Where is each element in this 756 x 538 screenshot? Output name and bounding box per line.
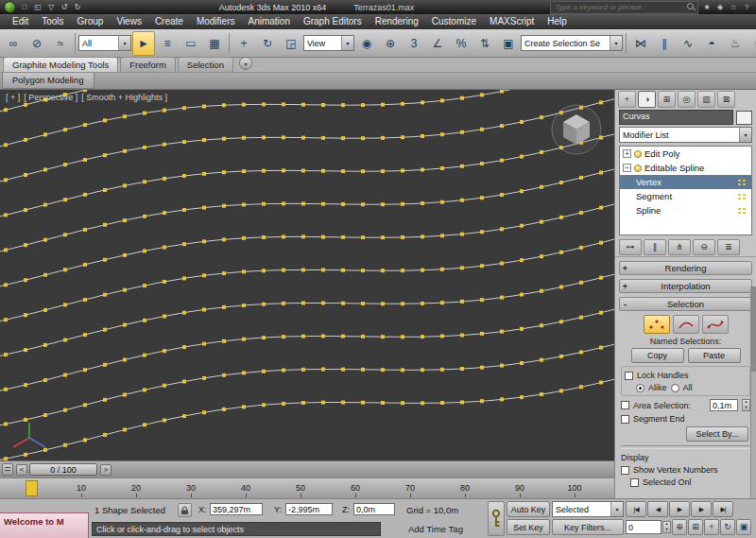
spline-vertex[interactable] <box>143 180 146 183</box>
previous-frame-arrow[interactable]: < <box>16 464 27 476</box>
select-and-rotate-button[interactable]: ↻ <box>256 31 279 56</box>
spline-vertex[interactable] <box>579 385 583 389</box>
make-unique-button[interactable]: ⋔ <box>668 239 691 255</box>
spline-vertex[interactable] <box>301 169 305 173</box>
spline-vertex[interactable] <box>123 218 127 222</box>
stack-item-segment[interactable]: Segment <box>620 189 751 203</box>
add-time-tag-button[interactable]: Add Time Tag <box>408 524 463 534</box>
spline-vertex[interactable] <box>341 202 345 206</box>
spline-vertex[interactable] <box>381 269 385 272</box>
spline-vertex[interactable] <box>301 302 305 305</box>
viewcube[interactable] <box>546 99 607 160</box>
spline-vertex[interactable] <box>262 135 266 139</box>
spline-vertex[interactable] <box>579 351 583 355</box>
spline-vertex[interactable] <box>460 233 464 236</box>
spline-vertex[interactable] <box>63 373 67 377</box>
spline-vertex[interactable] <box>480 332 484 336</box>
spline-vertex[interactable] <box>43 308 47 312</box>
viewport-menu-view[interactable]: [ Perspective ] <box>24 93 77 102</box>
spline-vertex[interactable] <box>559 251 563 254</box>
spline-vertex[interactable] <box>202 138 206 142</box>
mini-curve-editor-button[interactable] <box>2 463 13 476</box>
menu-edit[interactable]: Edit <box>6 14 35 29</box>
spline-vertex[interactable] <box>262 235 266 239</box>
spline-vertex[interactable] <box>421 168 424 172</box>
edit-named-selection-sets-button[interactable]: ▣ <box>497 31 520 56</box>
motion-tab-button[interactable]: ◎ <box>678 91 696 108</box>
utilities-tab-button[interactable]: ⊠ <box>717 91 735 108</box>
spline-vertex[interactable] <box>163 143 166 147</box>
contour-spline[interactable] <box>0 132 614 218</box>
spline-vertex[interactable] <box>83 333 87 337</box>
spline-vertex[interactable] <box>103 363 107 367</box>
spline-vertex[interactable] <box>123 253 127 257</box>
go-to-end-button[interactable]: ▶| <box>713 501 733 517</box>
spline-vertex[interactable] <box>460 400 464 404</box>
spline-vertex[interactable] <box>202 239 206 243</box>
polygon-modeling-panel[interactable]: Polygon Modeling <box>2 73 94 89</box>
set-key-button[interactable]: Set Key <box>507 519 550 535</box>
spline-vertex[interactable] <box>202 376 206 380</box>
spline-vertex[interactable] <box>43 378 47 382</box>
spline-vertex[interactable] <box>440 301 444 304</box>
segment-subobject-button[interactable] <box>673 315 699 334</box>
spline-vertex[interactable] <box>24 103 27 107</box>
spline-vertex[interactable] <box>4 353 8 356</box>
spline-vertex[interactable] <box>143 146 146 149</box>
reference-coordinate-dropdown[interactable]: View ▾ <box>303 35 354 51</box>
spline-vertex[interactable] <box>341 103 345 107</box>
spline-vertex[interactable] <box>460 199 464 202</box>
search-input[interactable] <box>553 2 687 12</box>
spline-vertex[interactable] <box>63 443 67 447</box>
show-end-result-button[interactable]: ∥ <box>644 239 666 255</box>
spline-vertex[interactable] <box>421 134 424 138</box>
spline-vertex[interactable] <box>520 361 524 365</box>
spline-vertex[interactable] <box>282 302 285 305</box>
spline-vertex[interactable] <box>381 202 385 206</box>
spline-vertex[interactable] <box>282 402 285 406</box>
spline-vertex[interactable] <box>440 98 444 102</box>
spline-vertex[interactable] <box>480 230 484 234</box>
spline-vertex[interactable] <box>63 128 67 131</box>
spline-vertex[interactable] <box>103 153 107 157</box>
spline-vertex[interactable] <box>559 355 563 358</box>
rollout-selection[interactable]: - Selection <box>619 297 752 311</box>
spline-vertex[interactable] <box>599 171 603 175</box>
spline-vertex[interactable] <box>421 401 424 405</box>
spline-vertex[interactable] <box>262 403 266 407</box>
spline-vertex[interactable] <box>321 368 325 372</box>
stack-item-editable-spline[interactable]: −Editable Spline <box>620 161 751 175</box>
spline-vertex[interactable] <box>222 339 226 343</box>
spline-vertex[interactable] <box>262 370 266 373</box>
spline-vertex[interactable] <box>262 102 266 106</box>
spline-vertex[interactable] <box>182 106 186 110</box>
help-button[interactable]: ? <box>741 2 752 13</box>
spline-vertex[interactable] <box>24 278 27 282</box>
spline-vertex[interactable] <box>361 302 365 305</box>
spline-vertex[interactable] <box>460 165 464 168</box>
spline-vertex[interactable] <box>480 128 484 131</box>
contour-spline[interactable] <box>0 237 614 322</box>
remove-modifier-button[interactable]: ⊖ <box>693 239 715 255</box>
spline-vertex[interactable] <box>520 327 524 331</box>
spinner-snap-toggle-button[interactable]: ⇅ <box>473 31 496 56</box>
spline-vertex[interactable] <box>401 368 404 372</box>
spline-vertex[interactable] <box>321 401 325 405</box>
spline-vertex[interactable] <box>163 280 166 284</box>
select-object-button[interactable]: ► <box>132 31 155 56</box>
spline-vertex[interactable] <box>341 401 345 405</box>
select-and-link-button[interactable]: ∞ <box>2 31 25 56</box>
spline-vertex[interactable] <box>520 395 524 399</box>
spline-vertex[interactable] <box>361 202 365 206</box>
spline-vertex[interactable] <box>500 227 504 231</box>
mirror-button[interactable]: ⋈ <box>629 31 652 56</box>
spline-vertex[interactable] <box>301 335 305 338</box>
spline-vertex[interactable] <box>540 323 543 327</box>
menu-group[interactable]: Group <box>71 14 111 29</box>
spline-vertex[interactable] <box>520 189 524 193</box>
create-tab-button[interactable]: + <box>618 91 636 108</box>
spline-vertex[interactable] <box>500 330 504 334</box>
spline-subobject-button[interactable] <box>702 315 729 334</box>
spline-vertex[interactable] <box>43 132 47 136</box>
configure-modifier-sets-button[interactable]: ≣ <box>717 239 740 255</box>
